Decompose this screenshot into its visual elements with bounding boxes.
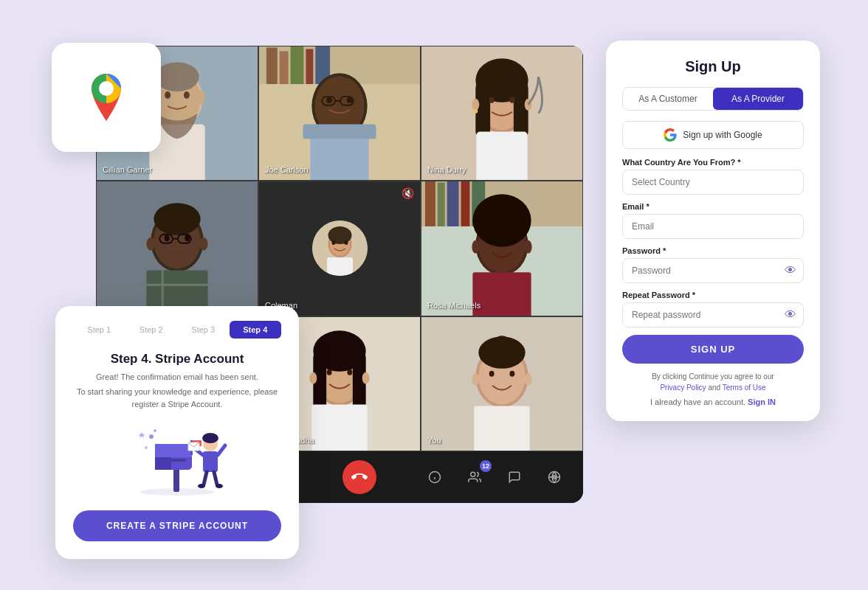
already-account-text: I already have an account. <box>650 398 745 406</box>
svg-point-108 <box>525 373 532 385</box>
end-call-button[interactable] <box>342 460 376 494</box>
svg-point-40 <box>473 109 478 114</box>
svg-point-96 <box>309 372 317 384</box>
svg-point-76 <box>472 240 479 254</box>
svg-rect-41 <box>476 131 527 180</box>
network-button[interactable] <box>540 463 568 491</box>
svg-rect-16 <box>280 51 289 84</box>
svg-point-37 <box>509 97 514 103</box>
svg-point-106 <box>509 370 514 376</box>
password-input[interactable] <box>622 258 804 283</box>
country-input-wrap <box>622 170 804 195</box>
svg-rect-133 <box>203 451 218 472</box>
participant-name-3: Nina Durry <box>427 165 466 174</box>
country-input[interactable] <box>622 170 804 195</box>
google-btn-text: Sign up with Google <box>683 130 762 140</box>
repeat-password-eye-icon[interactable]: 👁 <box>785 308 796 322</box>
signin-text: I already have an account. Sign IN <box>622 398 804 406</box>
svg-rect-17 <box>291 46 304 84</box>
google-icon <box>664 128 677 142</box>
repeat-password-input-wrap: 👁 <box>622 302 804 327</box>
password-label: Password * <box>622 246 804 255</box>
svg-point-142 <box>149 434 154 439</box>
controls-right: 12 <box>421 463 568 491</box>
video-cell-2: Joe Carlson <box>258 46 421 181</box>
svg-rect-34 <box>475 80 490 139</box>
password-eye-icon[interactable]: 👁 <box>785 264 796 277</box>
svg-line-135 <box>218 445 225 455</box>
svg-point-45 <box>154 204 200 236</box>
chat-button[interactable] <box>500 463 528 491</box>
svg-point-139 <box>216 484 223 488</box>
terms-prefix: By clicking Continue you agree to our <box>652 372 774 381</box>
participants-badge: 12 <box>461 463 489 491</box>
participant-name-9: You <box>427 436 441 445</box>
signup-title: Sign Up <box>622 58 804 75</box>
step-2[interactable]: Step 2 <box>125 321 178 339</box>
google-signup-button[interactable]: Sign up with Google <box>622 121 804 149</box>
svg-rect-18 <box>306 49 313 84</box>
maps-card <box>52 43 161 152</box>
signup-button[interactable]: SIGN UP <box>622 335 804 364</box>
svg-rect-78 <box>472 273 531 316</box>
svg-line-137 <box>214 472 217 485</box>
email-input-wrap <box>622 214 804 239</box>
svg-rect-67 <box>438 183 445 226</box>
stripe-desc: To start sharing your knowledge and expe… <box>73 386 281 410</box>
svg-point-140 <box>202 433 218 443</box>
participant-name-1: Cillian Garner <box>103 165 152 174</box>
svg-point-22 <box>326 97 332 103</box>
svg-point-46 <box>165 235 170 242</box>
svg-point-74 <box>489 238 495 244</box>
svg-point-36 <box>489 97 495 103</box>
repeat-password-input[interactable] <box>622 302 804 327</box>
svg-point-0 <box>99 81 114 96</box>
svg-rect-129 <box>155 457 171 470</box>
terms-of-use-link[interactable]: Terms of Use <box>723 384 766 392</box>
svg-point-61 <box>344 240 348 245</box>
terms-text: By clicking Continue you agree to our Pr… <box>622 371 804 393</box>
tab-switcher: As A Customer As A Provider <box>622 87 804 111</box>
step-1[interactable]: Step 1 <box>73 321 125 339</box>
participant-name-2: Joe Carlson <box>265 165 309 174</box>
svg-point-144 <box>154 429 156 432</box>
terms-and: and <box>708 384 720 392</box>
svg-point-11 <box>196 90 205 105</box>
tab-customer[interactable]: As A Customer <box>623 88 713 110</box>
svg-point-77 <box>525 240 532 254</box>
svg-rect-127 <box>155 444 192 457</box>
participants-count: 12 <box>480 460 492 472</box>
stripe-subtitle: Great! The confirmation email has been s… <box>73 372 281 381</box>
participant-name-6: Rosa Michaels <box>427 301 480 310</box>
create-stripe-button[interactable]: CREATE A STRIPE ACCOUNT <box>73 510 281 541</box>
svg-rect-98 <box>311 404 367 451</box>
step-3[interactable]: Step 3 <box>177 321 230 339</box>
repeat-password-group: Repeat Password * 👁 <box>622 291 804 327</box>
video-cell-9: You <box>421 316 583 451</box>
signup-card: Sign Up As A Customer As A Provider Sign… <box>606 41 820 421</box>
svg-rect-66 <box>425 181 435 226</box>
country-label: What Country Are You From? * <box>622 158 804 167</box>
svg-rect-68 <box>447 181 459 226</box>
svg-rect-27 <box>310 135 368 180</box>
video-cell-6: Rosa Michaels <box>421 181 583 316</box>
controls-center <box>342 460 376 494</box>
svg-point-38 <box>472 99 479 111</box>
signin-link[interactable]: Sign IN <box>748 398 776 406</box>
repeat-password-label: Repeat Password * <box>622 291 804 299</box>
svg-point-94 <box>327 369 332 375</box>
svg-rect-62 <box>327 257 353 276</box>
privacy-policy-link[interactable]: Privacy Policy <box>660 384 706 392</box>
svg-point-122 <box>471 472 475 476</box>
maps-icon <box>77 68 136 127</box>
svg-rect-69 <box>461 181 470 226</box>
stripe-illustration <box>73 422 281 496</box>
stripe-card: Step 1 Step 2 Step 3 Step 4 Step 4. Stri… <box>55 306 299 559</box>
svg-point-104 <box>495 336 509 347</box>
info-button[interactable] <box>421 463 449 491</box>
email-input[interactable] <box>622 214 804 239</box>
tab-provider[interactable]: As A Provider <box>713 88 803 110</box>
step-4[interactable]: Step 4 <box>230 321 282 339</box>
svg-point-95 <box>347 369 352 375</box>
svg-point-107 <box>472 373 479 385</box>
